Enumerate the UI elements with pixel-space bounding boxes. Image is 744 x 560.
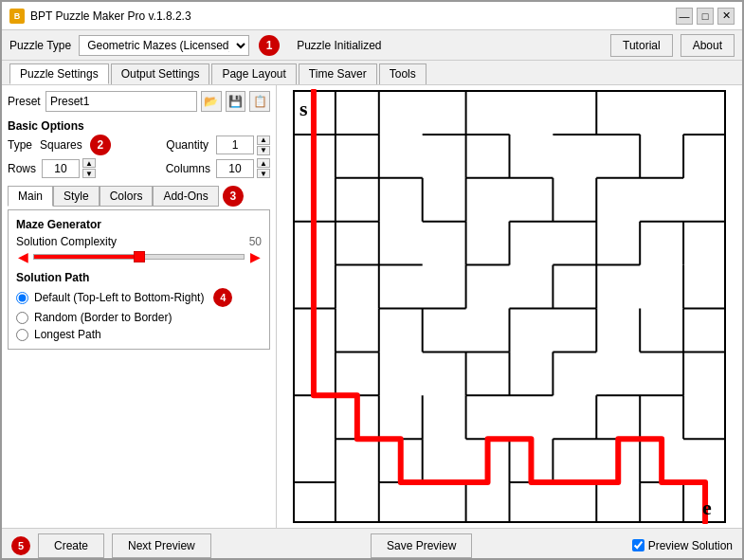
tab-output-settings[interactable]: Output Settings <box>111 63 210 84</box>
slider-right-arrow[interactable]: ▶ <box>248 250 262 263</box>
solution-complexity-label: Solution Complexity <box>16 235 235 248</box>
radio-default-input[interactable] <box>16 292 28 304</box>
type-label: Type <box>8 138 32 152</box>
title-bar: B BPT Puzzle Maker Pro v.1.8.2.3 — □ ✕ <box>2 2 742 30</box>
solution-path-radio-group: Default (Top-Left to Bottom-Right) 4 Ran… <box>16 288 262 341</box>
radio-random-label: Random (Border to Border) <box>34 311 172 324</box>
left-panel: Preset 📂 💾 📋 Basic Options Type Squares … <box>2 85 277 528</box>
preset-input[interactable] <box>45 91 197 112</box>
badge-5: 5 <box>11 536 30 555</box>
maze-preview: s <box>281 89 738 524</box>
columns-down[interactable]: ▼ <box>257 169 270 178</box>
radio-longest[interactable]: Longest Path <box>16 328 262 341</box>
save-as-preset-button[interactable]: 📋 <box>249 91 270 112</box>
maze-generator-title: Maze Generator <box>16 218 262 231</box>
about-button[interactable]: About <box>680 34 735 57</box>
preview-solution-checkbox[interactable] <box>632 539 644 551</box>
next-preview-button[interactable]: Next Preview <box>112 533 211 558</box>
app-title: BPT Puzzle Maker Pro v.1.8.2.3 <box>30 9 676 23</box>
radio-random-input[interactable] <box>16 312 28 324</box>
window-controls: — □ ✕ <box>676 8 735 25</box>
main-tabs-bar: Puzzle Settings Output Settings Page Lay… <box>2 61 742 85</box>
badge-4: 4 <box>213 288 232 307</box>
save-preset-button[interactable]: 💾 <box>226 91 246 112</box>
quantity-label: Quantity <box>166 138 209 152</box>
solution-complexity-row: Solution Complexity 50 <box>16 235 262 248</box>
radio-default-label: Default (Top-Left to Bottom-Right) <box>34 291 204 304</box>
menu-bar: Puzzle Type Geometric Mazes (Licensed) 1… <box>2 30 742 61</box>
radio-longest-input[interactable] <box>16 329 28 341</box>
maze-generator-section: Maze Generator Solution Complexity 50 ◀ … <box>16 218 262 263</box>
basic-options-title: Basic Options <box>8 119 270 133</box>
rows-label: Rows <box>8 162 36 175</box>
status-text: Puzzle Initialized <box>297 39 603 52</box>
puzzle-type-label: Puzzle Type <box>9 39 71 52</box>
badge-1: 1 <box>259 35 280 56</box>
columns-input[interactable] <box>216 159 254 178</box>
radio-longest-label: Longest Path <box>34 328 101 341</box>
radio-default[interactable]: Default (Top-Left to Bottom-Right) 4 <box>16 288 262 307</box>
solution-complexity-value: 50 <box>239 235 262 248</box>
create-button[interactable]: Create <box>38 533 104 558</box>
quantity-spinner: ▲ ▼ <box>216 135 270 155</box>
right-panel: s <box>277 85 742 528</box>
columns-label: Columns <box>166 162 210 175</box>
rows-input[interactable] <box>42 159 80 178</box>
close-button[interactable]: ✕ <box>717 8 735 25</box>
basic-options-section: Basic Options Type Squares 2 Quantity ▲ … <box>8 117 270 178</box>
radio-random[interactable]: Random (Border to Border) <box>16 311 262 324</box>
solution-path-title: Solution Path <box>16 271 262 284</box>
inner-tab-content: Maze Generator Solution Complexity 50 ◀ … <box>8 209 270 350</box>
tab-page-layout[interactable]: Page Layout <box>211 63 296 84</box>
tab-puzzle-settings[interactable]: Puzzle Settings <box>9 63 109 84</box>
tab-tools[interactable]: Tools <box>379 63 426 84</box>
solution-path-section: Solution Path Default (Top-Left to Botto… <box>16 271 262 341</box>
slider-left-arrow[interactable]: ◀ <box>16 250 29 263</box>
slider-fill <box>34 255 139 259</box>
preview-solution-container: Preview Solution <box>632 539 733 552</box>
inner-tabs-bar: Main Style Colors Add-Ons 3 <box>8 186 270 207</box>
quantity-up[interactable]: ▲ <box>257 135 270 145</box>
tab-time-saver[interactable]: Time Saver <box>299 63 377 84</box>
badge-2: 2 <box>90 135 111 155</box>
bottom-bar: 5 Create Next Preview Save Preview Previ… <box>2 528 742 560</box>
columns-up[interactable]: ▲ <box>257 158 270 168</box>
save-preview-button[interactable]: Save Preview <box>371 533 472 558</box>
inner-tabs-container: Main Style Colors Add-Ons 3 Maze Generat… <box>8 186 270 350</box>
svg-text:s: s <box>299 97 308 120</box>
open-preset-button[interactable]: 📂 <box>201 91 222 112</box>
app-icon: B <box>9 9 25 24</box>
quantity-down[interactable]: ▼ <box>257 146 270 155</box>
slider-thumb[interactable] <box>134 251 145 262</box>
type-value: Squares <box>40 138 82 152</box>
rows-down[interactable]: ▼ <box>82 169 96 178</box>
puzzle-type-select[interactable]: Geometric Mazes (Licensed) <box>79 35 249 56</box>
inner-tab-addons[interactable]: Add-Ons <box>153 186 218 207</box>
solution-complexity-slider-container: ◀ ▶ <box>16 250 262 263</box>
preset-label: Preset <box>8 95 42 108</box>
rows-spinner: ▲ ▼ <box>42 158 96 178</box>
tutorial-button[interactable]: Tutorial <box>610 34 673 57</box>
preset-row: Preset 📂 💾 📋 <box>8 91 270 112</box>
rows-up[interactable]: ▲ <box>82 158 96 168</box>
preview-solution-label: Preview Solution <box>648 539 733 552</box>
slider-track[interactable] <box>33 254 245 260</box>
inner-tab-colors[interactable]: Colors <box>100 186 154 207</box>
main-layout: Preset 📂 💾 📋 Basic Options Type Squares … <box>2 85 742 528</box>
minimize-button[interactable]: — <box>676 8 693 25</box>
columns-spinner: ▲ ▼ <box>216 158 270 178</box>
maximize-button[interactable]: □ <box>697 8 714 25</box>
rows-cols-row: Rows ▲ ▼ Columns ▲ ▼ <box>8 158 270 178</box>
badge-3: 3 <box>223 186 244 207</box>
inner-tab-style[interactable]: Style <box>53 186 100 207</box>
quantity-input[interactable] <box>216 135 254 154</box>
svg-text:e: e <box>702 496 712 519</box>
inner-tab-main[interactable]: Main <box>8 186 53 207</box>
